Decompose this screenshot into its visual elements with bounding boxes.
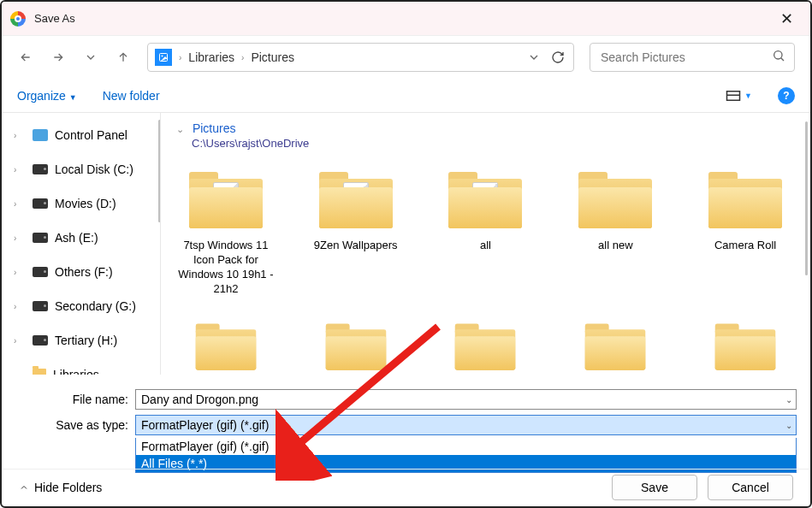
tree-item[interactable]: ›Movies (D:) <box>2 186 160 221</box>
save-button[interactable]: Save <box>612 475 697 500</box>
window-title: Save As <box>34 12 75 25</box>
pictures-icon <box>155 49 172 66</box>
folder-icon <box>319 168 393 228</box>
address-bar[interactable]: › Libraries › Pictures <box>147 43 574 72</box>
drive-icon <box>33 267 48 277</box>
tree-item[interactable]: ⌄Libraries <box>2 357 160 375</box>
folder-item[interactable]: 7tsp Windows 11 Icon Pack for Windows 10… <box>176 168 276 297</box>
tree-item-label: Tertiary (H:) <box>55 334 117 347</box>
organize-menu[interactable]: Organize ▼ <box>17 89 77 103</box>
chevron-icon[interactable]: › <box>14 233 16 243</box>
drive-icon <box>33 164 48 174</box>
control-panel-icon <box>33 129 48 141</box>
collapse-icon[interactable]: ⌄ <box>176 124 184 134</box>
breadcrumb-libraries[interactable]: Libraries <box>188 50 234 64</box>
filename-dropdown-icon[interactable]: ⌄ <box>785 395 792 405</box>
search-icon <box>772 49 785 66</box>
recent-dropdown[interactable] <box>82 49 99 66</box>
folder-icon <box>196 321 257 369</box>
drive-icon <box>33 198 48 209</box>
folder-item[interactable]: all <box>436 168 536 297</box>
tree-item-label: Movies (D:) <box>55 197 116 210</box>
tree-item[interactable]: ›Control Panel <box>2 118 160 152</box>
folder-item[interactable] <box>696 316 795 375</box>
folder-item[interactable] <box>566 316 665 375</box>
savetype-label: Save as type: <box>15 418 135 432</box>
hide-folders-button[interactable]: Hide Folders <box>19 481 102 494</box>
tree-item[interactable]: ›Ash (E:) <box>2 221 160 255</box>
breadcrumb-sep: › <box>241 53 244 62</box>
search-input[interactable] <box>599 50 772 65</box>
hide-folders-label: Hide Folders <box>34 481 102 494</box>
filename-input[interactable]: Dany and Drogon.png ⌄ <box>135 389 797 410</box>
chevron-icon[interactable]: › <box>14 131 16 140</box>
chevron-icon[interactable]: › <box>14 336 16 346</box>
svg-point-1 <box>162 56 163 57</box>
folder-label: all new <box>598 239 632 253</box>
content-scrollbar[interactable] <box>805 121 808 275</box>
savetype-combo[interactable]: FormatPlayer (gif) (*.gif) ⌄ <box>135 415 797 435</box>
chevron-icon[interactable]: › <box>14 302 16 311</box>
tree-item-label: Local Disk (C:) <box>55 162 133 176</box>
back-button[interactable] <box>17 49 34 66</box>
tree-item[interactable]: ›Secondary (G:) <box>2 289 160 323</box>
breadcrumb-sep: › <box>179 53 181 62</box>
folder-icon <box>189 168 263 228</box>
chevron-icon[interactable]: ⌄ <box>14 370 21 375</box>
drive-icon <box>33 335 48 346</box>
drive-icon <box>33 301 48 311</box>
folder-item[interactable]: all new <box>566 168 665 297</box>
folder-icon <box>448 168 522 228</box>
folder-item[interactable]: Camera Roll <box>696 168 795 297</box>
savetype-value: FormatPlayer (gif) (*.gif) <box>141 418 269 432</box>
folder-icon <box>715 321 776 369</box>
filename-value: Dany and Drogon.png <box>141 393 258 406</box>
tree-item[interactable]: ›Tertiary (H:) <box>2 323 160 357</box>
address-dropdown[interactable] <box>525 49 542 66</box>
tree-item[interactable]: ›Local Disk (C:) <box>2 152 160 186</box>
tree-item-label: Secondary (G:) <box>55 299 136 313</box>
folder-icon <box>455 321 516 369</box>
tree-item-label: Control Panel <box>55 128 127 142</box>
folder-item[interactable] <box>436 316 536 375</box>
chevron-icon[interactable]: › <box>14 268 16 277</box>
svg-point-2 <box>774 51 782 59</box>
folder-icon <box>578 168 652 228</box>
cancel-button[interactable]: Cancel <box>708 475 793 500</box>
chevron-icon[interactable]: › <box>14 165 16 174</box>
location-path: C:\Users\rajst\OneDrive <box>192 137 795 150</box>
forward-button[interactable] <box>50 49 67 66</box>
folder-label: all <box>480 239 491 253</box>
folder-item[interactable] <box>306 316 406 375</box>
folder-item[interactable] <box>176 316 276 375</box>
new-folder-button[interactable]: New folder <box>103 89 160 103</box>
help-button[interactable]: ? <box>778 87 795 104</box>
tree-item-label: Ash (E:) <box>55 231 98 245</box>
chevron-icon[interactable]: › <box>14 199 16 209</box>
search-box[interactable] <box>590 43 795 72</box>
up-button[interactable] <box>115 49 132 66</box>
drive-icon <box>33 233 48 243</box>
savetype-option[interactable]: FormatPlayer (gif) (*.gif) <box>136 438 796 455</box>
breadcrumb-pictures[interactable]: Pictures <box>251 50 294 64</box>
folder-icon <box>585 321 646 369</box>
folder-icon <box>325 321 386 369</box>
tree-item-label: Libraries <box>53 368 99 375</box>
folder-icon <box>708 168 782 228</box>
folder-label: 9Zen Wallpapers <box>314 239 398 253</box>
folder-label: Camera Roll <box>714 239 776 253</box>
tree-item[interactable]: ›Others (F:) <box>2 255 160 289</box>
view-button[interactable]: ▼ <box>726 90 752 102</box>
chrome-icon <box>10 11 26 27</box>
location-name[interactable]: Pictures <box>193 121 236 135</box>
tree-item-label: Others (F:) <box>55 265 113 279</box>
filename-label: File name: <box>15 393 135 406</box>
folder-label: 7tsp Windows 11 Icon Pack for Windows 10… <box>176 239 276 297</box>
folder-item[interactable]: 9Zen Wallpapers <box>306 168 406 297</box>
refresh-button[interactable] <box>549 49 566 66</box>
folder-tree: ›Control Panel›Local Disk (C:)›Movies (D… <box>2 113 161 375</box>
savetype-dropdown-list: FormatPlayer (gif) (*.gif) All Files (*.… <box>135 438 797 473</box>
close-button[interactable]: ✕ <box>772 6 802 32</box>
library-icon <box>33 369 46 375</box>
savetype-dropdown-icon[interactable]: ⌄ <box>785 421 792 430</box>
